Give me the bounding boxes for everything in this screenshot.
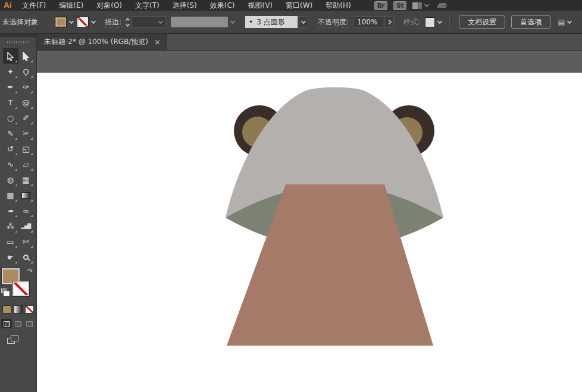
brush-name-label: 3 点圆形 <box>256 17 284 27</box>
artboard-tool[interactable]: ▭ <box>3 234 18 249</box>
type-tool[interactable]: T <box>3 95 18 110</box>
menu-对象[interactable]: 对象(O) <box>90 0 129 11</box>
direct-selection-tool[interactable] <box>18 48 34 64</box>
close-icon[interactable]: × <box>154 37 161 46</box>
pasteboard[interactable] <box>37 51 582 73</box>
slice-tool[interactable]: ✄ <box>18 234 34 249</box>
control-bar: 未选择对象 描边: • 3 点圆形 不透明度: 100% 样式: 文档设置 首选… <box>0 11 582 34</box>
draw-behind-mode[interactable] <box>12 319 23 328</box>
none-button[interactable] <box>25 305 34 313</box>
chevron-down-icon[interactable] <box>69 19 74 24</box>
lasso-tool[interactable]: Ϙ <box>18 64 34 79</box>
brush-definition-field[interactable]: • 3 点圆形 <box>245 16 298 28</box>
menu-文字[interactable]: 文字(T) <box>129 0 166 11</box>
gradient-tool[interactable] <box>18 187 34 203</box>
main-area: ✦Ϙ✒✑T@○✐✎✂↺◱∿▱◍▦▩✒∞⁂▂▅█▭✄☛ ↷ 未标题-2* @ 10… <box>0 34 582 392</box>
workspace-switcher[interactable] <box>412 2 432 9</box>
scale-tool[interactable]: ◱ <box>18 141 34 156</box>
blend-tool[interactable]: ∞ <box>18 203 34 218</box>
spiral-tool[interactable]: @ <box>18 95 34 110</box>
scissors-tool[interactable]: ✂ <box>18 126 34 141</box>
menu-视图[interactable]: 视图(V) <box>241 0 279 11</box>
gradient-button[interactable] <box>14 305 23 313</box>
cs-live-button[interactable]: ʘ <box>438 2 447 10</box>
free-transform-tool[interactable]: ▱ <box>18 156 34 172</box>
menu-帮助[interactable]: 帮助(H) <box>319 0 357 11</box>
menu-效果[interactable]: 效果(C) <box>204 0 242 11</box>
width-tool[interactable]: ∿ <box>3 156 18 172</box>
opacity-label: 不透明度: <box>318 17 349 27</box>
selection-status: 未选择对象 <box>2 17 46 27</box>
draw-normal-icon <box>4 321 10 327</box>
panel-grip[interactable] <box>7 41 30 43</box>
paintbrush-tool[interactable]: ✐ <box>18 110 34 126</box>
style-label: 样式: <box>403 17 420 27</box>
stroke-proxy[interactable] <box>12 281 29 296</box>
stroke-color-swatch[interactable] <box>77 17 89 27</box>
ellipse-tool[interactable]: ○ <box>3 110 18 126</box>
draw-normal-mode[interactable] <box>1 319 12 328</box>
chevron-down-icon[interactable] <box>91 19 96 24</box>
spiral-tool-icon: @ <box>22 98 30 107</box>
swap-fill-stroke-icon[interactable]: ↷ <box>27 267 33 275</box>
stroke-label: 描边: <box>105 17 121 27</box>
default-fill-stroke-icon[interactable] <box>1 288 7 293</box>
hand-tool[interactable]: ☛ <box>3 249 18 265</box>
bridge-button[interactable]: Br <box>374 1 388 10</box>
chevron-down-icon[interactable] <box>437 19 442 24</box>
eyedropper-tool[interactable]: ✒ <box>3 203 18 218</box>
color-button[interactable] <box>2 305 11 313</box>
curvature-pen-tool[interactable]: ✑ <box>18 79 34 95</box>
fill-color-swatch[interactable] <box>55 17 67 27</box>
shape-builder-tool[interactable]: ◍ <box>3 172 18 187</box>
rotate-tool[interactable]: ↺ <box>3 141 18 156</box>
app-logo[interactable]: Ai <box>0 0 15 11</box>
column-graph-tool[interactable]: ▂▅█ <box>18 218 34 234</box>
document-area: 未标题-2* @ 100% (RGB/预览) × <box>37 34 582 392</box>
fill-stroke-indicator: ↷ <box>0 267 36 304</box>
draw-behind-icon <box>15 321 21 327</box>
document-tab[interactable]: 未标题-2* @ 100% (RGB/预览) × <box>37 34 167 50</box>
menu-选择[interactable]: 选择(S) <box>166 0 204 11</box>
magnifier-icon <box>23 255 29 260</box>
menubar-right: Br St ʘ <box>374 1 447 10</box>
artboard-canvas[interactable] <box>37 73 582 392</box>
symbol-sprayer-tool[interactable]: ⁂ <box>3 218 18 234</box>
zoom-tool[interactable] <box>18 249 34 265</box>
pen-tool-icon: ✒ <box>7 83 14 92</box>
pencil-tool-icon: ✎ <box>7 129 14 138</box>
document-setup-button[interactable]: 文档设置 <box>459 15 505 29</box>
selection-tool[interactable] <box>3 48 18 64</box>
menu-编辑[interactable]: 编辑(E) <box>52 0 90 11</box>
perspective-grid-tool[interactable]: ▦ <box>18 172 34 187</box>
preferences-button[interactable]: 首选项 <box>511 15 550 29</box>
align-panel-icon[interactable]: ▤ <box>558 18 565 27</box>
pencil-tool[interactable]: ✎ <box>3 126 18 141</box>
pen-tool[interactable]: ✒ <box>3 79 18 95</box>
chevron-down-icon[interactable] <box>230 19 235 24</box>
style-swatch[interactable] <box>425 17 435 27</box>
chevron-down-icon[interactable] <box>567 19 572 24</box>
variable-width-profile[interactable] <box>171 17 228 27</box>
chevron-down-icon <box>424 2 429 7</box>
slice-tool-icon: ✄ <box>23 237 29 246</box>
menu-文件[interactable]: 文件(F) <box>15 0 52 11</box>
panel-header[interactable] <box>0 34 36 38</box>
mesh-tool[interactable]: ▩ <box>3 187 18 203</box>
lasso-tool-icon: Ϙ <box>23 67 29 76</box>
column-graph-tool-icon: ▂▅█ <box>21 224 30 229</box>
chevron-down-icon <box>301 19 306 24</box>
type-tool-icon: T <box>8 98 13 107</box>
blend-tool-icon: ∞ <box>23 206 29 215</box>
opacity-expand-button[interactable] <box>384 16 394 28</box>
change-screen-mode-button[interactable] <box>7 335 19 344</box>
stock-button[interactable]: St <box>393 1 406 10</box>
stroke-weight-stepper[interactable] <box>126 18 129 26</box>
menu-窗口[interactable]: 窗口(W) <box>279 0 319 11</box>
draw-inside-mode[interactable] <box>24 319 35 328</box>
ellipse-tool-icon: ○ <box>7 114 14 123</box>
stroke-weight-field[interactable] <box>132 16 166 28</box>
magic-wand-tool[interactable]: ✦ <box>3 64 18 79</box>
opacity-field[interactable]: 100% <box>353 16 383 28</box>
brush-dropdown-button[interactable] <box>299 16 308 28</box>
